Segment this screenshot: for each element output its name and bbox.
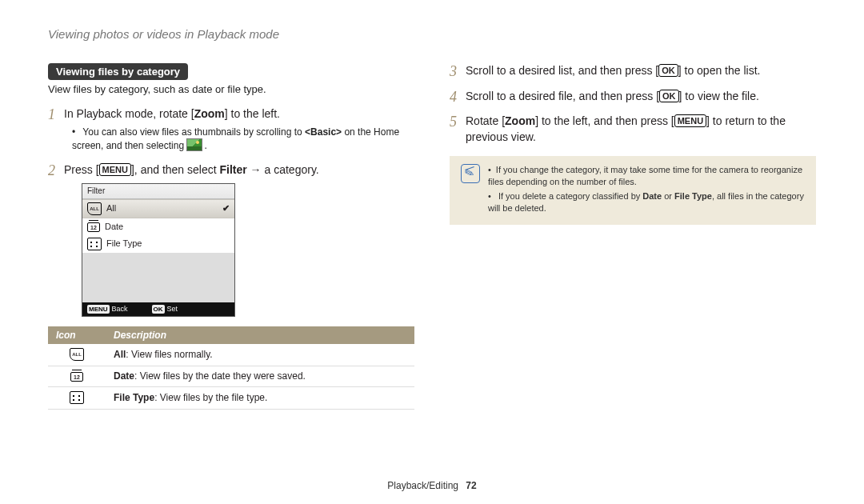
all-icon	[70, 348, 84, 361]
check-icon: ✔	[222, 202, 230, 214]
step-text: Scroll to a desired file, and then press…	[466, 90, 759, 102]
footer-page-number: 72	[466, 480, 476, 491]
home-photo-icon	[186, 138, 202, 151]
section-subdescription: View files by category, such as date or …	[48, 83, 414, 95]
note-box: If you change the category, it may take …	[450, 156, 816, 224]
page-title: Viewing photos or videos in Playback mod…	[48, 27, 816, 41]
step-2: 2 Press [MENU], and then select Filter →…	[48, 162, 414, 317]
note-icon	[461, 164, 480, 183]
table-head-icon: Icon	[48, 326, 106, 344]
filter-menu-footer: MENUBack OKSet	[82, 302, 234, 316]
left-column: Viewing files by category View files by …	[48, 63, 414, 410]
step-number: 1	[48, 105, 55, 125]
filter-menu-screenshot: Filter All ✔ Date File Type	[82, 183, 235, 317]
table-head-description: Description	[106, 326, 414, 344]
step-1: 1 In Playback mode, rotate [Zoom] to the…	[48, 106, 414, 153]
ok-key-icon: OK	[659, 90, 679, 102]
step-text: Scroll to a desired list, and then press…	[466, 64, 760, 77]
step-number: 3	[450, 62, 457, 82]
step-number: 5	[450, 112, 457, 132]
file-type-icon	[87, 238, 102, 250]
menu-key-icon: MENU	[99, 163, 131, 176]
step-1-sub: You can also view files as thumbnails by…	[72, 126, 414, 154]
table-row: File Type: View files by the file type.	[48, 386, 414, 409]
file-type-icon	[70, 391, 84, 404]
table-row: Date: View files by the date they were s…	[48, 366, 414, 386]
date-icon	[87, 221, 100, 232]
step-text: Rotate [Zoom] to the left, and then pres…	[466, 114, 786, 143]
note-line: If you change the category, it may take …	[488, 164, 805, 188]
all-icon	[87, 202, 102, 215]
step-3: 3 Scroll to a desired list, and then pre…	[450, 63, 816, 79]
footer-section: Playback/Editing	[387, 480, 458, 491]
section-heading-pill: Viewing files by category	[48, 63, 188, 80]
ok-key-icon: OK	[658, 64, 678, 77]
right-column: 3 Scroll to a desired list, and then pre…	[450, 63, 816, 410]
filter-menu-title: Filter	[82, 184, 234, 199]
filter-row-date: Date	[82, 218, 234, 235]
step-number: 4	[450, 87, 457, 107]
step-text: Press [MENU], and then select Filter → a…	[64, 163, 319, 176]
step-text: In Playback mode, rotate [Zoom] to the l…	[64, 107, 280, 120]
step-4: 4 Scroll to a desired file, and then pre…	[450, 89, 816, 105]
icon-description-table: Icon Description All: View files normall…	[48, 326, 414, 410]
filter-row-all: All ✔	[82, 199, 234, 218]
menu-key-icon: MENU	[674, 114, 706, 127]
table-row: All: View files normally.	[48, 344, 414, 366]
date-icon	[70, 370, 83, 382]
note-line: If you delete a category classified by D…	[488, 190, 805, 214]
step-number: 2	[48, 161, 55, 181]
step-5: 5 Rotate [Zoom] to the left, and then pr…	[450, 114, 816, 145]
page-footer: Playback/Editing 72	[0, 480, 864, 491]
filter-row-filetype: File Type	[82, 235, 234, 253]
